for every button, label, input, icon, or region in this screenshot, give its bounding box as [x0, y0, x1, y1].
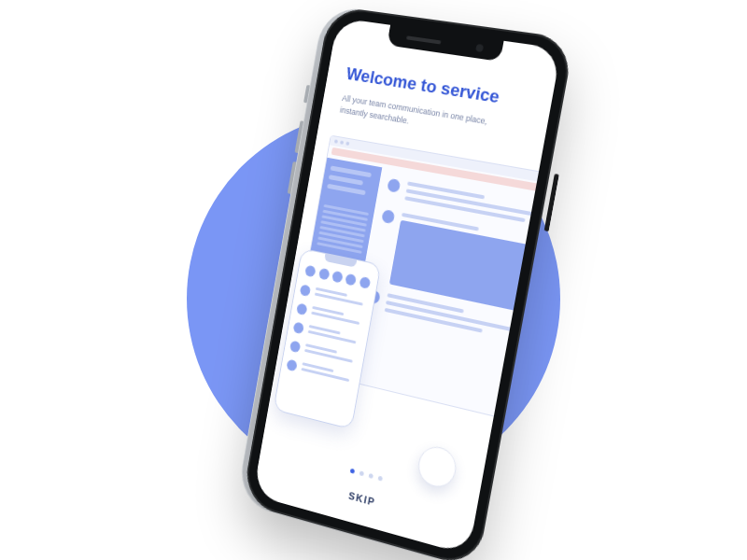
avatar-icon [296, 302, 307, 315]
image-placeholder [389, 220, 543, 315]
onboarding-illustration [281, 136, 519, 490]
onboarding-screen: Welcome to service All your team communi… [253, 18, 561, 555]
traffic-light-dot [334, 139, 338, 143]
traffic-light-dot [345, 142, 349, 146]
phone-mute-switch [303, 85, 311, 104]
avatar-icon [289, 341, 301, 354]
post-block [385, 178, 550, 231]
phone-volume-down [288, 161, 297, 194]
mini-tab [304, 265, 317, 278]
text-line [406, 189, 542, 217]
page-dot-4[interactable] [378, 476, 383, 482]
avatar-icon [292, 322, 303, 335]
traffic-light-dot [340, 141, 344, 145]
text-line [407, 182, 485, 200]
avatar-icon [381, 209, 395, 224]
page-dot-1[interactable] [350, 469, 355, 474]
phone-mockup: Welcome to service All your team communi… [242, 6, 575, 560]
post-block [365, 289, 529, 346]
fab-circle [416, 442, 459, 491]
text-line [385, 308, 483, 333]
phone-volume-up [294, 120, 303, 153]
mini-phone-list [286, 284, 369, 385]
sidebar-row [329, 175, 363, 185]
phone-screen: Welcome to service All your team communi… [253, 18, 561, 555]
illustration-phone-mock [273, 248, 381, 430]
avatar-icon [286, 359, 297, 372]
phone-stage: Welcome to service All your team communi… [0, 0, 747, 560]
text-line [386, 301, 520, 333]
text-line [404, 196, 526, 222]
mini-tab [359, 276, 371, 289]
mini-tab [331, 271, 344, 284]
text-line [402, 213, 479, 231]
mini-tab [345, 273, 358, 287]
phone-body: Welcome to service All your team communi… [242, 6, 575, 560]
skip-button[interactable]: SKIP [274, 469, 454, 529]
avatar-icon [300, 284, 311, 297]
browser-main [344, 167, 561, 422]
phone-speaker [406, 35, 442, 44]
onboarding-subtitle: All your team communication in one place… [339, 92, 499, 142]
mini-tab [318, 268, 331, 281]
avatar-icon [387, 178, 401, 193]
phone-front-camera [475, 44, 484, 52]
page-dot-2[interactable] [359, 470, 364, 476]
page-dot-3[interactable] [369, 473, 374, 479]
